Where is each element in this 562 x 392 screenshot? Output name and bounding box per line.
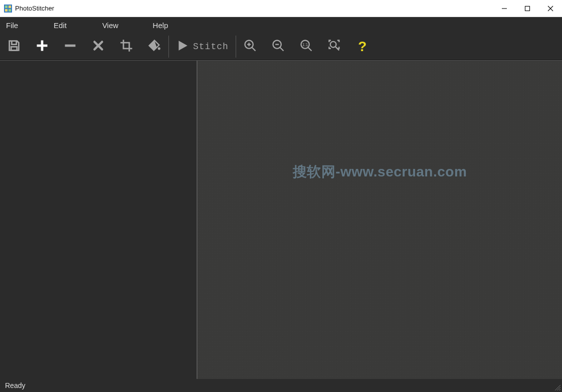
svg-rect-4 [9, 9, 11, 12]
stitch-label: Stitch [193, 42, 229, 52]
menu-help[interactable]: Help [135, 17, 185, 33]
help-icon: ? [358, 39, 366, 55]
zoom-1to1-icon: 1:1 [299, 39, 313, 55]
minus-icon [63, 39, 77, 55]
svg-rect-12 [65, 44, 76, 47]
canvas-panel[interactable]: 搜软网-www.secruan.com [198, 60, 562, 379]
fill-button[interactable] [140, 33, 168, 60]
svg-point-27 [330, 41, 336, 47]
zoom-in-button[interactable] [236, 33, 264, 60]
svg-rect-1 [5, 6, 8, 8]
svg-marker-16 [178, 41, 187, 51]
crop-button[interactable] [112, 33, 140, 60]
svg-text:1:1: 1:1 [302, 43, 308, 47]
help-button[interactable]: ? [348, 33, 377, 60]
title-bar: PhotoStitcher [0, 0, 562, 17]
play-icon [176, 39, 189, 54]
close-button[interactable] [539, 0, 562, 17]
app-icon [4, 5, 12, 13]
minimize-button[interactable] [493, 0, 516, 17]
svg-line-18 [252, 47, 255, 51]
resize-grip[interactable] [554, 384, 561, 391]
svg-line-31 [559, 389, 560, 390]
menu-view[interactable]: View [85, 17, 135, 33]
window-title: PhotoStitcher [15, 5, 54, 12]
menu-edit[interactable]: Edit [35, 17, 85, 33]
stitch-button[interactable]: Stitch [169, 33, 236, 60]
svg-rect-2 [9, 6, 11, 8]
save-button[interactable] [0, 33, 28, 60]
watermark-text: 搜软网-www.secruan.com [293, 162, 467, 181]
zoom-fit-icon [327, 39, 341, 55]
clear-button[interactable] [84, 33, 112, 60]
plus-icon [35, 39, 49, 55]
svg-rect-6 [525, 6, 530, 11]
status-text: Ready [5, 381, 25, 389]
crop-icon [119, 39, 133, 55]
maximize-button[interactable] [516, 0, 539, 17]
zoom-in-icon [243, 39, 257, 55]
status-bar: Ready [0, 379, 562, 392]
remove-button[interactable] [56, 33, 84, 60]
thumbnail-panel[interactable] [0, 60, 198, 379]
zoom-out-icon [271, 39, 285, 55]
svg-rect-9 [11, 47, 17, 50]
zoom-actual-button[interactable]: 1:1 [292, 33, 320, 60]
svg-line-30 [557, 387, 560, 390]
toolbar: Stitch 1:1 [0, 33, 562, 60]
x-icon [92, 39, 105, 54]
save-icon [7, 39, 21, 55]
work-area: 搜软网-www.secruan.com [0, 60, 562, 379]
menu-file[interactable]: File [0, 17, 35, 33]
add-button[interactable] [28, 33, 56, 60]
svg-point-15 [158, 47, 160, 50]
svg-rect-11 [37, 44, 48, 47]
menu-bar: File Edit View Help [0, 17, 562, 33]
svg-line-22 [280, 47, 283, 51]
svg-line-25 [308, 47, 311, 51]
zoom-fit-button[interactable] [320, 33, 348, 60]
svg-rect-3 [5, 9, 8, 12]
zoom-out-button[interactable] [264, 33, 292, 60]
bucket-icon [147, 39, 161, 55]
